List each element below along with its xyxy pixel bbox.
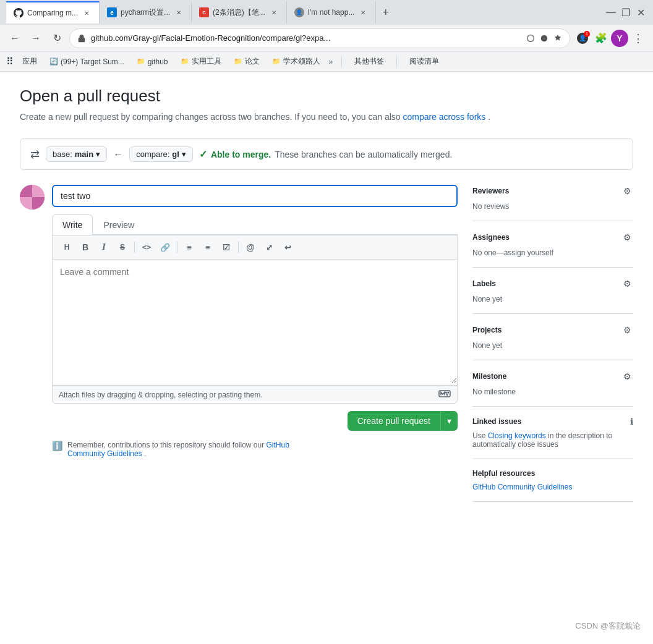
bookmark-reading[interactable]: 阅读清单 bbox=[406, 55, 443, 68]
create-pr-label: Create pull request bbox=[348, 411, 440, 431]
bookmark-paper[interactable]: 📁 论文 bbox=[230, 55, 263, 68]
bookmark-apps[interactable]: 应用 bbox=[19, 55, 41, 68]
labels-value: None yet bbox=[472, 295, 633, 303]
preview-tab[interactable]: Preview bbox=[93, 214, 145, 235]
page-title: Open a pull request bbox=[20, 87, 633, 106]
compare-chevron-icon: ▾ bbox=[182, 150, 186, 159]
link-button[interactable]: 🔗 bbox=[157, 239, 173, 255]
new-tab-button[interactable]: + bbox=[376, 1, 395, 23]
reference-button[interactable]: ⤢ bbox=[261, 239, 277, 255]
toolbar-divider-3 bbox=[238, 241, 239, 253]
ordered-list-button[interactable]: ≡ bbox=[200, 239, 216, 255]
compare-label: compare: bbox=[136, 150, 169, 159]
user-section: Write Preview H B I S <> 🔗 bbox=[20, 185, 458, 458]
bookmark-github[interactable]: 📁 github bbox=[133, 56, 172, 67]
address-bar[interactable]: github.com/Gray-gl/Facial-Emotion-Recogn… bbox=[69, 28, 570, 48]
tab-2[interactable]: e pycharm设置... ✕ bbox=[100, 1, 192, 23]
edge-favicon: e bbox=[107, 7, 117, 17]
create-pr-button[interactable]: Create pull request ▾ bbox=[348, 411, 458, 431]
sidebar-labels: Labels ⚙ None yet bbox=[472, 268, 633, 314]
bookmark-github-label: github bbox=[148, 57, 168, 66]
forward-button[interactable]: → bbox=[27, 30, 45, 47]
helpful-resources-header: Helpful resources bbox=[472, 469, 633, 478]
tab-4[interactable]: 👤 I'm not happ... ✕ bbox=[287, 1, 377, 23]
star-icon bbox=[553, 34, 562, 43]
extensions-button[interactable]: 👤 1 bbox=[574, 30, 591, 47]
notice-text: Remember, contributions to this reposito… bbox=[67, 441, 289, 458]
sidebar-milestone: Milestone ⚙ No milestone bbox=[472, 360, 633, 407]
toolbar-divider-1 bbox=[134, 241, 135, 253]
compare-branch-button[interactable]: compare: gl ▾ bbox=[129, 146, 193, 162]
puzzle-button[interactable]: 🧩 bbox=[592, 30, 610, 47]
profile-button[interactable]: Y bbox=[611, 30, 628, 47]
undo-button[interactable]: ↩ bbox=[280, 239, 296, 255]
base-branch-button[interactable]: base: main ▾ bbox=[46, 146, 107, 162]
close-button[interactable]: ✕ bbox=[634, 6, 647, 19]
maximize-button[interactable]: ❐ bbox=[620, 6, 632, 19]
unordered-list-button[interactable]: ≡ bbox=[181, 239, 197, 255]
bookmark-paper-label: 论文 bbox=[245, 56, 260, 67]
sidebar-reviewers: Reviewers ⚙ No reviews bbox=[472, 185, 633, 221]
bookmark-tools-label: 实用工具 bbox=[192, 56, 221, 67]
info-icon: ℹ️ bbox=[52, 441, 62, 451]
subtitle-end: . bbox=[488, 112, 490, 122]
menu-button[interactable]: ⋮ bbox=[630, 30, 647, 47]
avatar bbox=[20, 185, 45, 210]
community-guidelines-link[interactable]: GitHub bbox=[267, 441, 289, 449]
community-guidelines-link-2[interactable]: Community Guidelines bbox=[67, 449, 142, 458]
heading-button[interactable]: H bbox=[59, 239, 75, 255]
tab-3-title: (2条消息)【笔... bbox=[213, 7, 265, 18]
write-tab[interactable]: Write bbox=[52, 214, 93, 235]
bookmark-tools[interactable]: 📁 实用工具 bbox=[177, 55, 225, 68]
attach-files-text: Attach files by dragging & dropping, sel… bbox=[59, 391, 263, 399]
tab-4-close[interactable]: ✕ bbox=[358, 7, 368, 17]
write-preview-tabs: Write Preview bbox=[52, 214, 458, 235]
sidebar-linked-issues: Linked issues ℹ Use Closing keywords in … bbox=[472, 407, 633, 459]
projects-gear-button[interactable]: ⚙ bbox=[621, 324, 633, 336]
task-list-button[interactable]: ☑ bbox=[218, 239, 234, 255]
tab-bar: Comparing m... ✕ e pycharm设置... ✕ C (2条消… bbox=[6, 1, 395, 23]
submit-area: Create pull request ▾ bbox=[52, 411, 458, 431]
tab-3-close[interactable]: ✕ bbox=[269, 7, 279, 17]
reviewers-header: Reviewers ⚙ bbox=[472, 185, 633, 197]
bookmark-other[interactable]: 其他书签 bbox=[351, 55, 388, 68]
tab-2-close[interactable]: ✕ bbox=[174, 7, 184, 17]
assignees-gear-button[interactable]: ⚙ bbox=[621, 231, 633, 244]
create-pr-dropdown[interactable]: ▾ bbox=[441, 411, 458, 431]
code-button[interactable]: <> bbox=[139, 239, 155, 255]
compare-branch-name: gl bbox=[172, 150, 179, 159]
bold-button[interactable]: B bbox=[77, 239, 93, 255]
linked-issues-info-button[interactable]: ℹ bbox=[630, 417, 633, 426]
lock-icon bbox=[77, 34, 86, 43]
helpful-resources-value: GitHub Community Guidelines bbox=[472, 483, 633, 491]
tab-1[interactable]: Comparing m... ✕ bbox=[6, 1, 100, 23]
github-community-guidelines-link[interactable]: GitHub Community Guidelines bbox=[472, 483, 572, 491]
labels-gear-button[interactable]: ⚙ bbox=[621, 278, 633, 290]
editor-toolbar: H B I S <> 🔗 ≡ ≡ ☑ @ bbox=[52, 235, 458, 259]
tab-4-title: I'm not happ... bbox=[308, 8, 355, 17]
csdn-favicon: C bbox=[199, 7, 209, 17]
bookmark-scholar[interactable]: 📁 学术领路人 bbox=[268, 55, 324, 68]
comment-textarea[interactable] bbox=[53, 260, 457, 383]
tab-1-close[interactable]: ✕ bbox=[82, 8, 92, 18]
minimize-button[interactable]: — bbox=[605, 6, 617, 19]
milestone-gear-button[interactable]: ⚙ bbox=[621, 370, 633, 383]
milestone-header: Milestone ⚙ bbox=[472, 370, 633, 383]
closing-keywords-link[interactable]: Closing keywords bbox=[488, 431, 546, 440]
bookmarks-bar: ⠿ 应用 🔄 (99+) Target Sum... 📁 github 📁 实用… bbox=[0, 52, 653, 72]
reviewers-gear-button[interactable]: ⚙ bbox=[621, 185, 633, 197]
base-branch-name: main bbox=[75, 150, 93, 159]
more-bookmarks[interactable]: » bbox=[329, 57, 333, 66]
apps-icon[interactable]: ⠿ bbox=[6, 56, 14, 67]
mention-button[interactable]: @ bbox=[242, 239, 258, 255]
tab-3[interactable]: C (2条消息)【笔... ✕ bbox=[192, 1, 287, 23]
pr-layout: Write Preview H B I S <> 🔗 bbox=[20, 185, 633, 502]
bookmark-target[interactable]: 🔄 (99+) Target Sum... bbox=[46, 56, 128, 67]
reload-button[interactable]: ↻ bbox=[48, 30, 66, 47]
back-button[interactable]: ← bbox=[6, 30, 23, 47]
compare-forks-link[interactable]: compare across forks bbox=[403, 112, 485, 122]
pr-title-input[interactable] bbox=[52, 185, 458, 207]
italic-button[interactable]: I bbox=[96, 239, 112, 255]
pr-form: Write Preview H B I S <> 🔗 bbox=[52, 185, 458, 458]
strikethrough-button[interactable]: S bbox=[114, 239, 130, 255]
